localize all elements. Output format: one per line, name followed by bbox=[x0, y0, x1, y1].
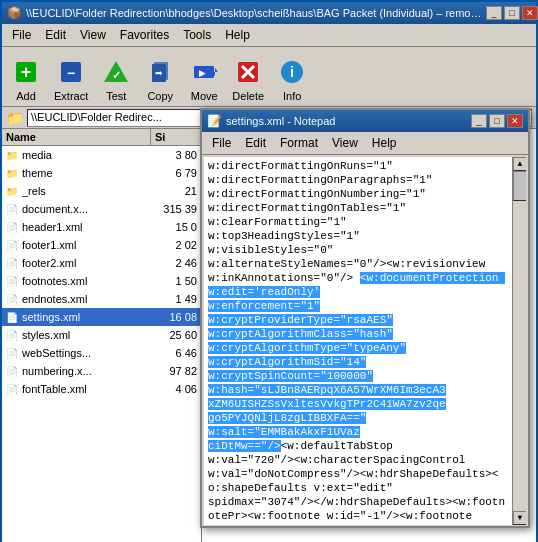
file-row[interactable]: 📄footnotes.xml1 50 bbox=[2, 272, 201, 290]
scrollbar-down-button[interactable]: ▼ bbox=[513, 511, 526, 525]
main-menu-bar: File Edit View Favorites Tools Help bbox=[2, 24, 536, 47]
maximize-button[interactable]: □ bbox=[504, 6, 520, 20]
svg-text:➡: ➡ bbox=[155, 68, 163, 78]
scrollbar-thumb[interactable] bbox=[513, 171, 526, 201]
svg-text:✓: ✓ bbox=[112, 69, 121, 81]
np-menu-file[interactable]: File bbox=[206, 134, 237, 152]
folder-icon: 📁 bbox=[4, 165, 20, 181]
file-size: 97 82 bbox=[151, 365, 201, 377]
xml-file-icon: 📄 bbox=[4, 201, 20, 217]
toolbar-test-button[interactable]: ✓ Test bbox=[96, 54, 136, 104]
menu-view[interactable]: View bbox=[74, 26, 112, 44]
xml-file-icon: 📄 bbox=[4, 237, 20, 253]
col-name-header[interactable]: Name bbox=[2, 129, 151, 145]
file-row[interactable]: 📄webSettings...6 46 bbox=[2, 344, 201, 362]
title-bar: 📦 \\EUCLID\Folder Redirection\bhodges\De… bbox=[2, 2, 536, 24]
toolbar-move-button[interactable]: ▶ Move bbox=[184, 54, 224, 104]
file-size: 3 80 bbox=[151, 149, 201, 161]
file-name: footer2.xml bbox=[22, 257, 151, 269]
menu-file[interactable]: File bbox=[6, 26, 37, 44]
file-row[interactable]: 📄footer1.xml2 02 bbox=[2, 236, 201, 254]
np-menu-view[interactable]: View bbox=[326, 134, 364, 152]
title-bar-controls: _ □ ✕ bbox=[486, 6, 538, 20]
np-menu-help[interactable]: Help bbox=[366, 134, 403, 152]
xml-file-icon: 📄 bbox=[4, 219, 20, 235]
np-menu-format[interactable]: Format bbox=[274, 134, 324, 152]
notepad-title-text: 📝 settings.xml - Notepad bbox=[207, 114, 335, 128]
file-row[interactable]: 📁media3 80 bbox=[2, 146, 201, 164]
notepad-window: 📝 settings.xml - Notepad _ □ ✕ File Edit… bbox=[200, 108, 530, 528]
col-size-header[interactable]: Si bbox=[151, 129, 201, 145]
file-size: 25 60 bbox=[151, 329, 201, 341]
file-row[interactable]: 📄document.x...315 39 bbox=[2, 200, 201, 218]
notepad-minimize-button[interactable]: _ bbox=[471, 114, 487, 128]
xml-file-icon: 📄 bbox=[4, 345, 20, 361]
notepad-icon: 📝 bbox=[207, 114, 222, 128]
xml-file-icon: 📄 bbox=[4, 381, 20, 397]
test-label: Test bbox=[106, 90, 126, 102]
file-size: 1 49 bbox=[151, 293, 201, 305]
xml-file-icon: 📄 bbox=[4, 255, 20, 271]
copy-icon: ➡ bbox=[144, 56, 176, 88]
notepad-title-label: settings.xml - Notepad bbox=[226, 115, 335, 127]
file-row[interactable]: 📄header1.xml15 0 bbox=[2, 218, 201, 236]
file-row[interactable]: 📄footer2.xml2 46 bbox=[2, 254, 201, 272]
file-name: endnotes.xml bbox=[22, 293, 151, 305]
test-icon: ✓ bbox=[100, 56, 132, 88]
menu-favorites[interactable]: Favorites bbox=[114, 26, 175, 44]
svg-text:▶: ▶ bbox=[199, 68, 206, 78]
notepad-close-button[interactable]: ✕ bbox=[507, 114, 523, 128]
file-row[interactable]: 📄fontTable.xml4 06 bbox=[2, 380, 201, 398]
file-name: settings.xml bbox=[22, 311, 151, 323]
info-icon: i bbox=[276, 56, 308, 88]
toolbar-copy-button[interactable]: ➡ Copy bbox=[140, 54, 180, 104]
file-row[interactable]: 📁theme6 79 bbox=[2, 164, 201, 182]
file-name: styles.xml bbox=[22, 329, 151, 341]
file-row[interactable]: 📄numbering.x...97 82 bbox=[2, 362, 201, 380]
scrollbar-up-button[interactable]: ▲ bbox=[513, 157, 526, 171]
file-name: fontTable.xml bbox=[22, 383, 151, 395]
folder-icon: 📁 bbox=[4, 183, 20, 199]
delete-label: Delete bbox=[232, 90, 264, 102]
notepad-pre-highlight: w:directFormattingOnRuns="1" w:directFor… bbox=[208, 160, 485, 284]
notepad-maximize-button[interactable]: □ bbox=[489, 114, 505, 128]
xml-file-icon: 📄 bbox=[4, 327, 20, 343]
toolbar-add-button[interactable]: + Add bbox=[6, 54, 46, 104]
file-row[interactable]: 📁_rels21 bbox=[2, 182, 201, 200]
file-size: 2 02 bbox=[151, 239, 201, 251]
toolbar-extract-button[interactable]: − Extract bbox=[50, 54, 92, 104]
xml-file-icon: 📄 bbox=[4, 363, 20, 379]
minimize-button[interactable]: _ bbox=[486, 6, 502, 20]
toolbar: + Add − Extract ✓ Test bbox=[2, 47, 536, 107]
notepad-post-highlight: <w:defaultTabStop w:val="720"/><w:charac… bbox=[208, 440, 505, 525]
notepad-scrollbar: ▲ ▼ bbox=[512, 157, 526, 525]
file-size: 6 46 bbox=[151, 347, 201, 359]
file-size: 315 39 bbox=[151, 203, 201, 215]
move-icon: ▶ bbox=[188, 56, 220, 88]
file-rows-container: 📁media3 80📁theme6 79📁_rels21📄document.x.… bbox=[2, 146, 201, 398]
menu-help[interactable]: Help bbox=[219, 26, 256, 44]
file-name: footnotes.xml bbox=[22, 275, 151, 287]
xml-file-icon: 📄 bbox=[4, 273, 20, 289]
menu-edit[interactable]: Edit bbox=[39, 26, 72, 44]
add-label: Add bbox=[16, 90, 36, 102]
toolbar-info-button[interactable]: i Info bbox=[272, 54, 312, 104]
file-name: theme bbox=[22, 167, 151, 179]
toolbar-delete-button[interactable]: Delete bbox=[228, 54, 268, 104]
file-row[interactable]: 📄styles.xml25 60 bbox=[2, 326, 201, 344]
file-size: 1 50 bbox=[151, 275, 201, 287]
close-button[interactable]: ✕ bbox=[522, 6, 538, 20]
xml-file-icon: 📄 bbox=[4, 291, 20, 307]
delete-icon bbox=[232, 56, 264, 88]
file-row[interactable]: 📄endnotes.xml1 49 bbox=[2, 290, 201, 308]
xml-file-icon: 📄 bbox=[4, 309, 20, 325]
file-name: document.x... bbox=[22, 203, 151, 215]
menu-tools[interactable]: Tools bbox=[177, 26, 217, 44]
notepad-text-area[interactable]: w:directFormattingOnRuns="1" w:directFor… bbox=[204, 157, 512, 525]
window-title: \\EUCLID\Folder Redirection\bhodges\Desk… bbox=[26, 7, 486, 19]
notepad-content: w:directFormattingOnRuns="1" w:directFor… bbox=[204, 157, 526, 525]
np-menu-edit[interactable]: Edit bbox=[239, 134, 272, 152]
file-name: webSettings... bbox=[22, 347, 151, 359]
file-row[interactable]: 📄settings.xml16 08 bbox=[2, 308, 201, 326]
notepad-controls: _ □ ✕ bbox=[471, 114, 523, 128]
